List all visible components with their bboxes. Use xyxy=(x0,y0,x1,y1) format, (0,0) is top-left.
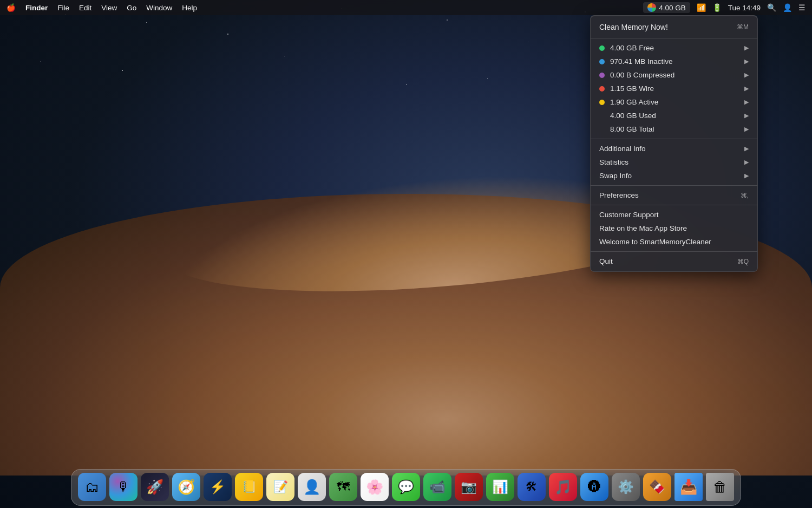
memory-total-item[interactable]: 8.00 GB Total ▶ xyxy=(591,122,757,136)
menu-edit[interactable]: Edit xyxy=(79,4,91,12)
dock-photos[interactable]: 🌸 xyxy=(361,473,389,501)
dock-notes[interactable]: 📒 xyxy=(235,473,263,501)
free-dot xyxy=(599,45,605,51)
used-label: 4.00 GB Used xyxy=(610,112,740,120)
separator-3 xyxy=(591,185,757,186)
statistics-arrow: ▶ xyxy=(744,159,749,166)
clean-memory-shortcut: ⌘M xyxy=(737,23,749,31)
dock-contacts[interactable]: 👤 xyxy=(298,473,326,501)
welcome-item[interactable]: Welcome to SmartMemoryCleaner xyxy=(591,235,757,249)
notification-center-icon[interactable]: ☰ xyxy=(798,3,806,12)
menu-go[interactable]: Go xyxy=(127,4,136,12)
menu-file[interactable]: File xyxy=(57,4,69,12)
customer-support-label: Customer Support xyxy=(599,211,749,219)
rate-app-item[interactable]: Rate on the Mac App Store xyxy=(591,222,757,235)
clean-memory-label: Clean Memory Now! xyxy=(599,23,737,31)
swap-info-item[interactable]: Swap Info ▶ xyxy=(591,169,757,183)
dock-trash[interactable]: 🗑 xyxy=(706,473,734,501)
memory-used-item[interactable]: 4.00 GB Used ▶ xyxy=(591,109,757,122)
menu-window[interactable]: Window xyxy=(146,4,172,12)
compressed-arrow: ▶ xyxy=(744,71,749,79)
preferences-item[interactable]: Preferences ⌘, xyxy=(591,188,757,202)
dock-facetime[interactable]: 📹 xyxy=(423,473,451,501)
apple-menu[interactable]: 🍎 xyxy=(6,3,16,12)
separator-5 xyxy=(591,251,757,252)
additional-info-label: Additional Info xyxy=(599,145,740,153)
active-label: 1.90 GB Active xyxy=(610,98,740,106)
dock-paragon[interactable]: 🛠 xyxy=(518,473,546,501)
compressed-dot xyxy=(599,73,605,78)
menu-help[interactable]: Help xyxy=(182,4,197,12)
dock-finder[interactable]: 🗂 xyxy=(78,473,106,501)
dock-numbers[interactable]: 📊 xyxy=(486,473,514,501)
dock: 🗂 🎙 🚀 🧭 ⚡ 📒 📝 👤 🗺 🌸 💬 📹 📷 xyxy=(71,469,741,506)
additional-info-item[interactable]: Additional Info ▶ xyxy=(591,142,757,155)
dock-music[interactable]: 🎵 xyxy=(549,473,577,501)
spotlight-icon[interactable]: 🔍 xyxy=(767,3,776,12)
separator-4 xyxy=(591,205,757,205)
dock-downloads[interactable]: 📥 xyxy=(675,473,703,501)
quit-label: Quit xyxy=(599,257,737,265)
dock-launchpad[interactable]: 🚀 xyxy=(141,473,169,501)
quit-shortcut: ⌘Q xyxy=(737,258,749,265)
customer-support-item[interactable]: Customer Support xyxy=(591,208,757,222)
wire-arrow: ▶ xyxy=(744,85,749,92)
memory-inactive-item[interactable]: 970.41 MB Inactive ▶ xyxy=(591,55,757,68)
statistics-item[interactable]: Statistics ▶ xyxy=(591,155,757,169)
menubar: 🍎 Finder File Edit View Go Window Help 4… xyxy=(0,0,812,15)
quit-item[interactable]: Quit ⌘Q xyxy=(591,255,757,268)
total-label: 8.00 GB Total xyxy=(610,125,740,133)
swap-info-label: Swap Info xyxy=(599,172,740,180)
free-label: 4.00 GB Free xyxy=(610,44,740,52)
memory-active-item[interactable]: 1.90 GB Active ▶ xyxy=(591,95,757,109)
total-arrow: ▶ xyxy=(744,126,749,133)
memory-cleaner-button[interactable]: 4.00 GB xyxy=(643,2,690,13)
wifi-icon[interactable]: 📶 xyxy=(697,3,706,12)
welcome-label: Welcome to SmartMemoryCleaner xyxy=(599,238,749,246)
inactive-arrow: ▶ xyxy=(744,58,749,65)
separator-2 xyxy=(591,139,757,139)
rate-app-label: Rate on the Mac App Store xyxy=(599,224,749,232)
swap-info-arrow: ▶ xyxy=(744,172,749,179)
active-dot xyxy=(599,100,605,105)
memory-icon xyxy=(647,3,656,12)
memory-free-item[interactable]: 4.00 GB Free ▶ xyxy=(591,41,757,55)
used-arrow: ▶ xyxy=(744,112,749,119)
dock-safari[interactable]: 🧭 xyxy=(172,473,200,501)
inactive-label: 970.41 MB Inactive xyxy=(610,57,740,66)
dock-photobooth[interactable]: 📷 xyxy=(455,473,483,501)
preferences-label: Preferences xyxy=(599,191,741,199)
menu-view[interactable]: View xyxy=(101,4,117,12)
battery-icon: 🔋 xyxy=(712,3,722,12)
preferences-shortcut: ⌘, xyxy=(741,192,749,199)
additional-info-arrow: ▶ xyxy=(744,145,749,152)
memory-dropdown-menu: Clean Memory Now! ⌘M 4.00 GB Free ▶ 970.… xyxy=(590,15,758,272)
dock-appstore[interactable]: 🅐 xyxy=(580,473,608,501)
dock-maps[interactable]: 🗺 xyxy=(329,473,357,501)
dock-codex[interactable]: ⚡ xyxy=(204,473,232,501)
dock-messages[interactable]: 💬 xyxy=(392,473,420,501)
separator-1 xyxy=(591,38,757,38)
inactive-dot xyxy=(599,59,605,64)
dock-siri[interactable]: 🎙 xyxy=(109,473,137,501)
dock-stickies[interactable]: 📝 xyxy=(266,473,294,501)
dock-system-prefs[interactable]: ⚙️ xyxy=(612,473,640,501)
clean-memory-button[interactable]: Clean Memory Now! ⌘M xyxy=(591,19,757,35)
app-name[interactable]: Finder xyxy=(25,4,48,12)
wire-dot xyxy=(599,86,605,92)
statistics-label: Statistics xyxy=(599,158,740,166)
free-arrow: ▶ xyxy=(744,44,749,51)
memory-wire-item[interactable]: 1.15 GB Wire ▶ xyxy=(591,82,757,95)
siri-menubar-icon[interactable]: 👤 xyxy=(783,3,792,12)
clock-display: Tue 14:49 xyxy=(728,4,761,12)
memory-compressed-item[interactable]: 0.00 B Compressed ▶ xyxy=(591,68,757,82)
wire-label: 1.15 GB Wire xyxy=(610,84,740,93)
active-arrow: ▶ xyxy=(744,99,749,106)
dock-candy[interactable]: 🍫 xyxy=(643,473,671,501)
memory-label: 4.00 GB xyxy=(659,4,686,12)
compressed-label: 0.00 B Compressed xyxy=(610,71,740,79)
